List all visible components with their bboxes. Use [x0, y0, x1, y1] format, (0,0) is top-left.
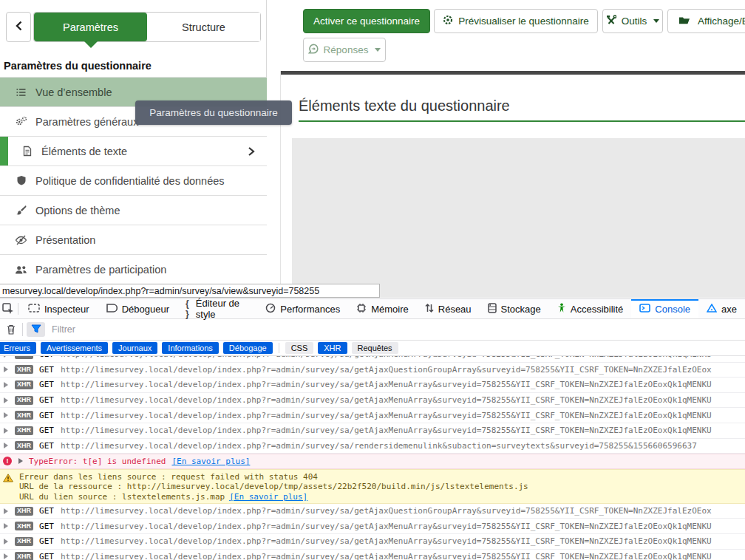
- filter-pill-xhr[interactable]: XHR: [318, 342, 347, 354]
- console-log-row[interactable]: XHR GET http://limesurvey.local/develop/…: [0, 534, 745, 550]
- style-editor-icon: { }: [186, 298, 191, 319]
- console-log-row[interactable]: XHR GET http://limesurvey.local/develop/…: [0, 393, 745, 409]
- chevron-left-icon: [15, 20, 23, 34]
- learn-more-link[interactable]: [En savoir plus]: [171, 457, 250, 466]
- eye-slash-icon: [15, 234, 27, 246]
- request-url[interactable]: http://limesurvey.local/develop/index.ph…: [61, 536, 712, 546]
- sidebar-heading: Paramètres du questionnaire: [4, 60, 152, 72]
- sidebar-item-presentation[interactable]: Présentation: [0, 225, 267, 255]
- clear-console-icon[interactable]: [4, 324, 18, 335]
- xhr-badge: XHR: [15, 537, 33, 546]
- expand-arrow-icon[interactable]: [4, 553, 8, 559]
- filter-pill-erreurs[interactable]: Erreurs: [0, 342, 36, 354]
- console-log-row[interactable]: XHR GET http://limesurvey.local/develop/…: [0, 378, 745, 393]
- display-export-label: Affichage/E: [698, 16, 745, 27]
- title-underline: [299, 120, 745, 122]
- xhr-badge: XHR: [15, 426, 33, 435]
- console-log-row[interactable]: XHR GET http://limesurvey.local/develop/…: [0, 363, 745, 378]
- devtools-tabbar: Inspecteur Débogueur { } Éditeur de styl…: [0, 299, 745, 319]
- console-log-row[interactable]: XHR GET http://limesurvey.local/develop/…: [0, 504, 745, 519]
- expand-arrow-icon[interactable]: [4, 397, 8, 403]
- preview-survey-button[interactable]: Prévisualiser le questionnaire: [434, 9, 598, 33]
- preview-survey-label: Prévisualiser le questionnaire: [458, 16, 588, 27]
- expand-arrow-icon[interactable]: [4, 412, 8, 418]
- filter-pill-debogage[interactable]: Débogage: [223, 342, 273, 354]
- request-url[interactable]: http://limesurvey.local/develop/index.ph…: [61, 522, 712, 531]
- tab-inspecteur[interactable]: Inspecteur: [20, 299, 98, 318]
- tab-stockage[interactable]: Stockage: [480, 299, 549, 318]
- tab-memoire[interactable]: Mémoire: [348, 299, 417, 318]
- console-filter-input[interactable]: Filtrer: [52, 324, 75, 335]
- http-method: GET: [39, 411, 54, 420]
- tools-dropdown-button[interactable]: Outils: [602, 9, 663, 33]
- http-method: GET: [39, 426, 54, 435]
- tab-reseau[interactable]: Réseau: [417, 299, 480, 318]
- filter-pill-avertissements[interactable]: Avertissements: [41, 342, 108, 354]
- responses-dropdown-button[interactable]: Réponses: [303, 38, 386, 62]
- tab-console[interactable]: Console: [631, 299, 698, 318]
- display-export-dropdown-button[interactable]: Affichage/E: [667, 9, 745, 33]
- tools-label: Outils: [622, 16, 647, 27]
- request-url[interactable]: http://limesurvey.local/develop/index.ph…: [61, 441, 697, 451]
- expand-arrow-icon[interactable]: [4, 539, 8, 544]
- filter-pill-journaux[interactable]: Journaux: [112, 342, 157, 354]
- expand-arrow-icon[interactable]: [4, 356, 8, 358]
- filter-pill-css[interactable]: CSS: [285, 342, 314, 354]
- sidebar-item-politique-confidentialite[interactable]: Politique de confidentialité des données: [0, 166, 267, 196]
- console-log-row[interactable]: XHR GET http://limesurvey.local/develop/…: [0, 439, 745, 454]
- xhr-badge: XHR: [15, 396, 33, 405]
- sidebar-tab-group: Paramètres Structure: [33, 12, 261, 42]
- filter-pill-informations[interactable]: Informations: [162, 342, 219, 354]
- request-url[interactable]: http://limesurvey.local/develop/index.ph…: [61, 380, 712, 389]
- learn-more-link[interactable]: [En savoir plus]: [229, 492, 307, 502]
- sidebar-item-label: Options de thème: [35, 205, 120, 216]
- xhr-badge: XHR: [15, 507, 33, 516]
- expand-arrow-icon[interactable]: [4, 443, 8, 448]
- expand-arrow-icon[interactable]: [4, 508, 8, 514]
- http-method: GET: [39, 365, 54, 375]
- back-button[interactable]: [6, 12, 31, 42]
- element-picker-icon[interactable]: [0, 299, 16, 318]
- request-url[interactable]: http://limesurvey.local/develop/index.ph…: [61, 356, 712, 359]
- activate-survey-button[interactable]: Activer ce questionnaire: [303, 9, 430, 33]
- console-log-row[interactable]: XHR GET http://limesurvey.local/develop/…: [0, 519, 745, 534]
- console-warning-row[interactable]: Erreur dans les liens source : request f…: [0, 469, 745, 504]
- accessibility-icon: [557, 303, 566, 315]
- expand-arrow-icon[interactable]: [4, 428, 8, 434]
- sidebar-item-options-de-theme[interactable]: Options de thème: [0, 196, 267, 225]
- tab-performances[interactable]: Performances: [257, 299, 348, 318]
- warning-icon: [3, 474, 13, 485]
- request-url[interactable]: http://limesurvey.local/develop/index.ph…: [61, 506, 712, 516]
- console-log-row[interactable]: XHR GET http://limesurvey.local/develop/…: [0, 423, 745, 439]
- console-log-row[interactable]: XHR GET http://limesurvey.local/develop/…: [0, 356, 745, 363]
- expand-arrow-icon[interactable]: [4, 366, 8, 372]
- folder-open-icon: [678, 16, 690, 27]
- xhr-badge: XHR: [15, 411, 33, 420]
- tab-accessibilite[interactable]: Accessibilité: [549, 299, 632, 318]
- request-url[interactable]: http://limesurvey.local/develop/index.ph…: [61, 395, 712, 405]
- request-url[interactable]: http://limesurvey.local/develop/index.ph…: [61, 365, 712, 375]
- console-log-row[interactable]: XHR GET http://limesurvey.local/develop/…: [0, 550, 745, 560]
- http-method: GET: [39, 395, 54, 405]
- sidebar-item-elements-de-texte[interactable]: Éléments de texte: [0, 137, 267, 166]
- request-url[interactable]: http://limesurvey.local/develop/index.ph…: [61, 426, 712, 435]
- console-log: XHR GET http://limesurvey.local/develop/…: [0, 356, 745, 560]
- tabbar-separator: [18, 303, 18, 315]
- console-error-row[interactable]: ! TypeError: t[e] is undefined [En savoi…: [0, 454, 745, 469]
- sidebar-item-parametres-participation[interactable]: Paramètres de participation: [0, 255, 267, 284]
- tab-structure[interactable]: Structure: [147, 13, 260, 41]
- expand-arrow-icon[interactable]: [4, 523, 8, 529]
- document-icon: [21, 146, 33, 157]
- request-url[interactable]: http://limesurvey.local/develop/index.ph…: [61, 411, 712, 420]
- chevron-right-icon: [248, 146, 255, 157]
- expand-arrow-icon[interactable]: [18, 458, 23, 464]
- tab-debogueur[interactable]: Débogueur: [98, 299, 177, 318]
- console-log-row[interactable]: XHR GET http://limesurvey.local/develop/…: [0, 408, 745, 423]
- tab-axe[interactable]: axe: [698, 299, 745, 318]
- expand-arrow-icon[interactable]: [4, 382, 8, 388]
- tab-parametres[interactable]: Paramètres: [34, 13, 147, 41]
- filter-toggle-button[interactable]: [27, 322, 45, 337]
- tab-editeur-de-style[interactable]: { } Éditeur de style: [177, 299, 257, 318]
- request-url[interactable]: http://limesurvey.local/develop/index.ph…: [61, 552, 712, 560]
- filter-pill-requetes[interactable]: Requêtes: [352, 342, 398, 354]
